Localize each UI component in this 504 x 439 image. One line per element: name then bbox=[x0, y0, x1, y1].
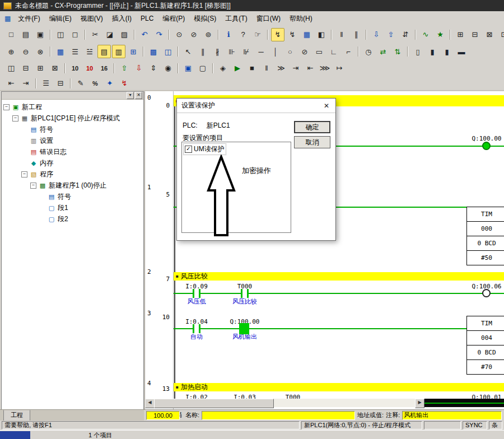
print-preview-button[interactable]: ◻ bbox=[68, 28, 82, 41]
simulator-button[interactable]: ◈ bbox=[216, 62, 230, 75]
horizontal-line-button[interactable]: ─ bbox=[254, 45, 268, 58]
rung0-output-coil[interactable] bbox=[482, 142, 491, 150]
edit-comment-button[interactable]: ✎ bbox=[74, 77, 87, 90]
decimal-display-button[interactable]: 10 bbox=[68, 62, 82, 75]
new-or-contact-button[interactable]: ⊪ bbox=[225, 45, 239, 58]
menu-program[interactable]: 编程(P) bbox=[158, 12, 189, 25]
rung2-contact-1[interactable] bbox=[193, 289, 200, 298]
new-or-closed-contact-button[interactable]: ⊮ bbox=[240, 45, 253, 58]
new-coil-button[interactable]: ○ bbox=[283, 45, 297, 58]
dark-tool-button[interactable]: ▮ bbox=[426, 45, 439, 58]
new-closed-coil-button[interactable]: ⊘ bbox=[298, 45, 311, 58]
rung4-comment-bar[interactable]: ■ 加热启动 bbox=[174, 383, 504, 391]
sync-button[interactable]: ⇅ bbox=[391, 45, 404, 58]
menu-plc[interactable]: PLC bbox=[136, 13, 158, 24]
line-delete-button[interactable]: ⌐ bbox=[342, 45, 355, 58]
open-io-table-button[interactable]: ▣ bbox=[181, 62, 195, 75]
tree-item-section2[interactable]: ▢ 段2 bbox=[2, 213, 143, 225]
rung2-number[interactable]: 2 bbox=[147, 268, 151, 275]
workspace-close-button[interactable]: ✕ bbox=[135, 92, 142, 99]
redo-button[interactable]: ↷ bbox=[152, 28, 166, 41]
menu-help[interactable]: 帮助(H) bbox=[285, 12, 317, 25]
run-simulation-button[interactable]: ▶ bbox=[231, 62, 244, 75]
scroll-right-button[interactable]: ▶ bbox=[415, 399, 424, 408]
print-button[interactable]: ◫ bbox=[54, 28, 67, 41]
menu-file[interactable]: 文件(F) bbox=[13, 12, 44, 25]
tile-horizontal-button[interactable]: ⊟ bbox=[19, 62, 32, 75]
name-input[interactable] bbox=[202, 411, 355, 420]
tree-item-new-project[interactable]: − ▣ 新工程 bbox=[2, 101, 143, 113]
rung4-output-address[interactable]: Q:100.01 bbox=[469, 394, 504, 401]
swap-button[interactable]: ⇄ bbox=[376, 45, 390, 58]
menu-edit[interactable]: 编辑(E) bbox=[45, 12, 76, 25]
address-input[interactable] bbox=[146, 411, 180, 420]
clock-pulse-button[interactable]: ◷ bbox=[362, 45, 375, 58]
scroll-left-button[interactable]: ◀ bbox=[145, 399, 155, 408]
context-help-button[interactable]: ☞ bbox=[251, 28, 264, 41]
tree-item-settings[interactable]: ▥ 设置 bbox=[2, 135, 143, 146]
select-tool-button[interactable]: ↖ bbox=[181, 45, 195, 58]
pause-monitor-button[interactable]: ↯ bbox=[286, 28, 299, 41]
scrollbar-thumb[interactable] bbox=[154, 399, 274, 408]
tree-item-symbols[interactable]: ▤ 符号 bbox=[2, 124, 143, 135]
cascade-windows-button[interactable]: ⊞ bbox=[454, 28, 467, 41]
menu-insert[interactable]: 插入(I) bbox=[108, 12, 136, 25]
show-rung-comments-button[interactable]: ☰ bbox=[68, 45, 82, 58]
menu-tools[interactable]: 工具(T) bbox=[221, 12, 251, 25]
rung2-contact-2[interactable] bbox=[241, 289, 249, 298]
outdent-rung-button[interactable]: ⇤ bbox=[4, 77, 18, 90]
line-connect-button[interactable]: ∟ bbox=[327, 45, 340, 58]
tree-expander-icon[interactable]: − bbox=[12, 115, 18, 122]
force-cancel-button[interactable]: ⇕ bbox=[147, 62, 160, 75]
compare-with-plc-button[interactable]: ⇵ bbox=[399, 28, 412, 41]
close-window-button[interactable]: ⊠ bbox=[483, 28, 496, 41]
find-address-button[interactable]: ⊚ bbox=[202, 28, 215, 41]
rung2-comment-bar[interactable]: ■ 风压比较 bbox=[174, 272, 504, 281]
new-contact-button[interactable]: ∥ bbox=[196, 45, 209, 58]
cross-reference-button[interactable]: ✦ bbox=[103, 77, 116, 90]
tree-item-program1[interactable]: − ▩ 新建程序1 (00)停止 bbox=[2, 180, 143, 191]
rung2-contact1-name[interactable]: 风压低 bbox=[177, 297, 216, 306]
workspace-menu-button[interactable]: ▾ bbox=[127, 92, 134, 99]
step-out-button[interactable]: ⇤ bbox=[304, 62, 317, 75]
tree-item-plc[interactable]: − ▦ 新PLC1[CP1E] 停止/程序模式 bbox=[2, 113, 143, 124]
new-file-button[interactable]: □ bbox=[4, 28, 18, 41]
arrange-icons-button[interactable]: ⊡ bbox=[497, 28, 504, 41]
rung3-contact-1[interactable] bbox=[193, 324, 200, 333]
tile-windows-button[interactable]: ⊟ bbox=[468, 28, 482, 41]
online-edit-button[interactable]: ◧ bbox=[315, 28, 328, 41]
tree-item-memory[interactable]: ◆ 内存 bbox=[2, 157, 143, 169]
tree-expander-icon[interactable]: − bbox=[3, 104, 10, 110]
show-grid-button[interactable]: ⊞ bbox=[127, 45, 140, 58]
open-settings-button[interactable]: ▢ bbox=[196, 62, 209, 75]
comment-input[interactable] bbox=[402, 411, 502, 420]
taskbar-button-fragment[interactable] bbox=[0, 431, 30, 439]
io-comment-button[interactable]: ▩ bbox=[147, 45, 160, 58]
rung3-contact1-name[interactable]: 自动 bbox=[177, 333, 216, 341]
tree-item-program1-symbols[interactable]: ▤ 符号 bbox=[2, 191, 143, 202]
symbol-table-button[interactable]: ◫ bbox=[161, 45, 175, 58]
new-view-button[interactable]: ▯ bbox=[411, 45, 424, 58]
resume-button[interactable]: ∥ bbox=[349, 28, 363, 41]
copy-button[interactable]: ◪ bbox=[103, 28, 116, 41]
tree-item-section1[interactable]: ▢ 段1 bbox=[2, 202, 143, 213]
properties-button[interactable]: ℹ bbox=[222, 28, 235, 41]
tree-expander-icon[interactable]: − bbox=[30, 183, 36, 189]
open-file-button[interactable]: ▤ bbox=[19, 28, 32, 41]
monitor-in-rung-button[interactable]: ▤ bbox=[97, 45, 111, 58]
dark-tool3-button[interactable]: ▬ bbox=[455, 45, 468, 58]
cancel-button[interactable]: 取消 bbox=[294, 136, 330, 148]
rung2-contact2-name[interactable]: 风压比较 bbox=[225, 297, 264, 306]
run-to-cursor-button[interactable]: ↦ bbox=[333, 62, 346, 75]
force-off-button[interactable]: ⇩ bbox=[132, 62, 146, 75]
tree-item-program-folder[interactable]: − ▧ 程序 bbox=[2, 169, 143, 180]
new-instruction-button[interactable]: ▭ bbox=[312, 45, 326, 58]
menu-view[interactable]: 视图(V) bbox=[76, 12, 108, 25]
tree-item-error-log[interactable]: ▤ 错误日志 bbox=[2, 146, 143, 157]
monitor-button[interactable]: ↯ bbox=[271, 28, 284, 41]
force-on-button[interactable]: ⇧ bbox=[118, 62, 131, 75]
close-all-windows-button[interactable]: ⊠ bbox=[48, 62, 62, 75]
save-button[interactable]: ▣ bbox=[34, 28, 47, 41]
pause-simulation-button[interactable]: ‖ bbox=[260, 62, 273, 75]
rung-wrap-button[interactable]: ☰ bbox=[39, 77, 53, 90]
